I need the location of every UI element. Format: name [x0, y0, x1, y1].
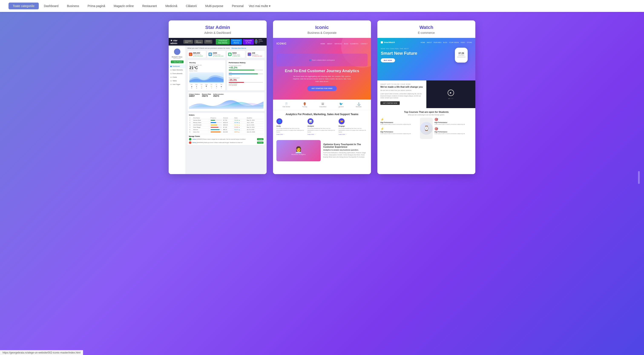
watch-hero-tag: NOW YOU CAN FEEL THE NEXT [381, 48, 451, 49]
iconic-hero-content: 👥 Team collaboration workspace End-To-En… [276, 51, 368, 95]
watch-course-1: ⚡ High Performance Lorem ipsum dolor sit… [380, 118, 418, 125]
nav-link-restaurant[interactable]: Restaurant [139, 2, 160, 9]
sa-ticket-text-2: Shirley [WARNING] Nulla quis lorem ut li… [192, 142, 256, 143]
sa-download-btn[interactable]: Download free theme [216, 39, 230, 44]
watch-nav-store[interactable]: STORE [467, 42, 472, 43]
watch-brand-name: SmartWatch [384, 41, 395, 43]
sa-upgrade-btn[interactable]: Upgrade to Pro [243, 39, 254, 44]
nav-link-personal[interactable]: Personal [228, 2, 247, 9]
sa-manage-btn-1[interactable]: manage [257, 138, 264, 140]
sa-nav-form[interactable]: Form elements [169, 72, 186, 75]
nav-more-button[interactable]: Vezi mai multe ▾ [249, 4, 270, 8]
star-admin-screenshot: ★ star admin Schedule Now My Reports Str… [169, 38, 267, 174]
sa-new-project-btn[interactable]: + New Project [171, 60, 184, 63]
watch-course-icon-3: 🎯 [434, 118, 472, 121]
watch-video-area: ▶ ▶▶ 0:24 [448, 90, 454, 99]
watch-nav-vision[interactable]: YOUR VISION [449, 42, 459, 43]
sa-sidebar: Richard's VisionAdministrator + New Proj… [169, 45, 186, 174]
watch-section-sub: We are here to listen from you deliver s… [380, 89, 423, 91]
watch-course-col-left: ⚡ High Performance Lorem ipsum dolor sit… [380, 118, 418, 135]
sa-premium-btn[interactable]: Premium theme [231, 39, 242, 44]
classatlas-icon: 🏛 [320, 102, 326, 106]
watch-section-cta-button[interactable]: GET STARTED NOW [380, 101, 400, 105]
iconic-nav-home[interactable]: HOME [320, 43, 325, 44]
iconic-nav-about[interactable]: ABOUT [327, 43, 332, 44]
sa-nav-charts[interactable]: Charts [169, 75, 186, 79]
watch-product-image: ⌚ [420, 122, 433, 135]
iconic-bottom-grid: 👩‍💼 Business Analytics Optimize Every To… [276, 140, 368, 161]
scrollbar-indicator[interactable] [638, 171, 640, 184]
nav-link-business[interactable]: Business [64, 2, 82, 9]
iconic-screenshot: ICONIC HOME ABOUT SERVICES BLOG ELEMENTS… [273, 38, 371, 174]
watch-nav-video[interactable]: VIDEO [460, 42, 465, 43]
card-header-iconic: Iconic Business & Corporate [273, 20, 371, 38]
engage-icon: 🤝 [338, 118, 344, 124]
card-header-watch: Watch E-commerce [377, 20, 475, 38]
sa-weather-widget: Monday 30 October, 2018, UK 21°C Mostly … [188, 60, 226, 91]
sa-perf-widget: Performance History The best performance… [227, 60, 265, 91]
nav-link-calatorii[interactable]: Călatorii [182, 2, 200, 9]
watch-hero-title: Smart New Future [381, 51, 451, 56]
card-title-star-admin: Star Admin [174, 25, 262, 30]
iconic-feat-link-unify[interactable]: Learn more → [276, 134, 306, 135]
iconic-feat-link-analyze[interactable]: Learn more → [308, 134, 336, 135]
table-row: 3 John Richards $350.00 30,745 ▲ Apr 12,… [189, 124, 264, 126]
nav-active-button[interactable]: Toate categoriile [8, 2, 39, 9]
watch-nav-about[interactable]: ABOUT [427, 42, 432, 43]
watch-hero-content: NOW YOU CAN FEEL THE NEXT Smart New Futu… [381, 48, 472, 62]
watch-nav-blog[interactable]: BLOG [443, 42, 447, 43]
iconic-feat-link-engage[interactable]: Learn more → [338, 134, 368, 135]
nav-link-prima[interactable]: Prima pagină [84, 2, 108, 9]
iconic-logo-classatlas: 🏛 ClassAtlas [320, 102, 326, 107]
card-iconic[interactable]: Iconic Business & Corporate ICONIC HOME … [273, 20, 371, 174]
geobird-icon: 🐦 [338, 102, 344, 106]
card-subtitle-watch: E-commerce [382, 31, 470, 34]
watch-course-2: ⚡ High Performance Lorem ipsum dolor sit… [380, 127, 418, 135]
sa-nav-tables[interactable]: Tables [169, 79, 186, 83]
card-watch[interactable]: Watch E-commerce SmartWatch HOME ABOUT F… [377, 20, 475, 174]
watch-nav: SmartWatch HOME ABOUT FEATURES BLOG YOUR… [381, 41, 472, 43]
sa-premium-link[interactable]: Dismiss free theme [232, 47, 246, 49]
watch-section-title: We've made a life that will change you [380, 85, 423, 88]
iconic-logo-moritalia: ⚓ Moritalia [356, 102, 362, 107]
watch-buy-button[interactable]: BUY NOW [381, 58, 395, 62]
sa-data-table: # First Name Progress Amount Sales Deadl… [189, 117, 264, 133]
th-amount: Amount [222, 117, 234, 119]
unify-icon: 🌐 [276, 118, 282, 124]
watch-nav-home[interactable]: HOME [420, 42, 425, 43]
card-star-admin[interactable]: Star Admin Admin & Dashboard ★ star admi… [169, 20, 267, 174]
sa-perf-title: Performance History [229, 62, 263, 64]
iconic-brand-logo: ICONIC [276, 42, 287, 45]
table-row: 1 Herman Beck $7,736 70,041 ▲ May 15, 20… [189, 119, 264, 121]
watch-courses-sub: What you are continuing to use and like … [380, 114, 472, 116]
nav-link-magazin[interactable]: Magazin online [110, 2, 137, 9]
iconic-hero-sub: No hours sank into aggregating and clean… [292, 75, 352, 83]
sa-orders-table: Orders # First Name Progress Amount Sale… [188, 113, 265, 145]
sa-manage-btn-2[interactable]: manage [257, 142, 264, 144]
table-row: 4 Peter Meggit $7,136 53,402 ▲ May 15, 2… [189, 126, 264, 129]
watch-play-button[interactable]: ▶ [448, 90, 454, 96]
watch-nav-features[interactable]: FEATURES [434, 42, 442, 43]
nav-link-multipurpose[interactable]: Multi-purpose [202, 2, 227, 9]
visitors-chart [189, 97, 264, 109]
iconic-logo-oakdental: 🦷 Oak Dental [282, 102, 290, 107]
watch-course-icon-1: ⚡ [380, 118, 418, 121]
iconic-cta-button[interactable]: GET STARTED FOR FREE [307, 86, 337, 91]
iconic-nav-services[interactable]: SERVICES [334, 43, 342, 44]
iconic-bottom-image: 👩‍💼 Business Analytics [276, 140, 321, 161]
sa-stat-sales2: 📈 5693 Weekly Sales ▲ Weekly Sales [226, 50, 245, 58]
sa-nav-user-pages[interactable]: User Pages [169, 83, 186, 86]
sa-stats-row: 💰 $65,650 Total Revenue ▲ 10% more growt… [188, 50, 265, 58]
th-num: # [189, 117, 192, 119]
iconic-bottom-section: 👩‍💼 Business Analytics Optimize Every To… [273, 137, 371, 164]
watch-course-col-right: 🎯 High Performance Lorem ipsum dolor sit… [434, 118, 472, 135]
iconic-logo-tunney: 🏺 Tunney [302, 102, 307, 107]
nav-link-medicina[interactable]: Medicină [162, 2, 180, 9]
table-row: 5 Edmond $88.25 40,572 ▲ Apr 23, 2015 [189, 129, 264, 131]
sa-logo: ★ star admin [170, 39, 180, 44]
nav-bar: Toate categoriile Dashboard Business Pri… [0, 0, 644, 12]
sa-nav-basic[interactable]: Basic Elements [169, 68, 186, 72]
table-row: 2 Massey Adam $240.30 30,740 ▲ July 1, 2… [189, 121, 264, 124]
nav-link-dashboard[interactable]: Dashboard [40, 2, 62, 9]
sa-nav-dashboard[interactable]: Dashboard [169, 64, 186, 68]
